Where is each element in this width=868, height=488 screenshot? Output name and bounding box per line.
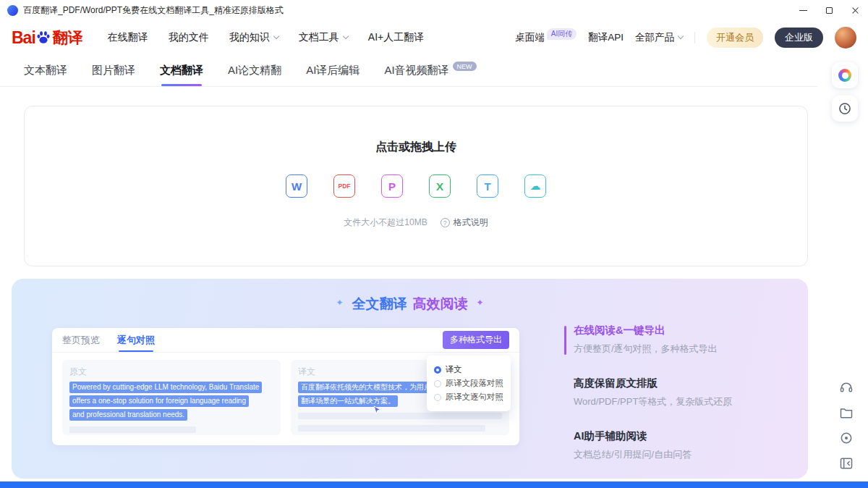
radio-unselected-icon [434,380,441,387]
products-label: 全部产品 [635,31,674,44]
file-type-icons: W PDF P X T ☁ [286,174,546,198]
feature-desc: 文档总结/引用提问/自由问答 [574,448,732,461]
window-controls [790,0,868,20]
nav-label: 我的文件 [169,31,209,44]
logo-text-fanyi: 翻译 [53,28,83,48]
question-icon: ? [441,218,450,227]
promo-title: ✦全文翻译高效阅读✦ [12,295,808,314]
tab-image-translate[interactable]: 图片翻译 [92,55,135,86]
tab-label: AI论文精翻 [228,64,281,77]
tab-ai-post-edit[interactable]: AI译后编辑 [306,55,359,86]
upload-hint-row: 文件大小不超过10MB ? 格式说明 [344,216,488,229]
nav-label: 在线翻译 [108,31,148,44]
feature-title: AI助手辅助阅读 [574,429,732,443]
feedback-button[interactable] [839,431,854,445]
radio-selected-icon [434,366,441,374]
user-avatar[interactable] [835,27,856,49]
dropdown-option-label: 原译文逐句对照 [446,392,504,403]
highlighted-target-line: 百度翻译依托领先的大模型技术，为用户 [298,382,434,393]
feature-title: 在线阅读&一键导出 [574,324,732,337]
headset-icon [839,380,854,395]
chevron-down-icon [343,33,349,39]
sparkle-icon: ✦ [336,298,343,308]
promo-title-purple: 高效阅读 [413,296,468,311]
maximize-icon [826,7,833,14]
tab-full-page-preview[interactable]: 整页预览 [62,328,100,352]
preview-header: 整页预览 逐句对照 多种格式导出 [52,328,519,353]
circle-dot-icon [839,431,854,445]
text-placeholder [298,425,485,432]
dropdown-option-target-only[interactable]: 译文 [434,364,504,375]
baidu-translate-logo[interactable]: Bai 翻译 [12,28,83,48]
customer-support-button[interactable] [839,380,854,395]
radio-unselected-icon [434,394,441,401]
maximize-button[interactable] [816,0,842,20]
chevron-down-icon [273,33,279,39]
ai-assistant-button[interactable] [832,62,858,88]
dropdown-option-sentence-compare[interactable]: 原译文逐句对照 [434,392,504,403]
app-window: 百度翻译_PDF/Word/PPT免费在线文档翻译工具_精准还原排版格式 Bai… [0,0,868,488]
ai-simultaneous-badge: AI同传 [547,28,576,40]
upload-dropzone[interactable]: 点击或拖拽上传 W PDF P X T ☁ 文件大小不超过10MB ? 格式说明 [24,106,808,266]
feature-desc: 方便整页/逐句对照，多种格式导出 [574,342,732,356]
export-format-dropdown: 译文 原译文段落对照 原译文逐句对照 [427,356,511,411]
feature-list: 在线阅读&一键导出 方便整页/逐句对照，多种格式导出 高度保留原文排版 Word… [564,324,732,482]
nav-ai-human-translate[interactable]: AI+人工翻译 [368,31,424,44]
highlighted-source-line: offers a one-stop solution for foreign l… [69,395,249,407]
tab-ai-av-translate[interactable]: AI音视频翻译 NEW [384,55,476,86]
nav-doc-tools[interactable]: 文档工具 [299,31,348,44]
sparkle-icon: ✦ [477,298,484,308]
feature-ai-assistant-reading[interactable]: AI助手辅助阅读 文档总结/引用提问/自由问答 [564,429,732,461]
minimize-button[interactable] [790,0,816,20]
logo-text-bai: Bai [12,28,35,48]
highlighted-source-line: and professional translation needs. [69,409,187,421]
close-icon [851,7,859,14]
collapse-panel-button[interactable] [839,456,854,471]
dropdown-option-paragraph-compare[interactable]: 原译文段落对照 [434,378,504,389]
my-files-button[interactable] [839,405,854,420]
history-button[interactable] [832,96,858,122]
dropdown-option-label: 译文 [446,364,462,375]
file-size-hint: 文件大小不超过10MB [344,216,427,229]
enterprise-button[interactable]: 企业版 [775,28,823,48]
tab-sentence-compare[interactable]: 逐句对照 [117,328,155,352]
minimize-icon [799,10,807,11]
tab-text-translate[interactable]: 文本翻译 [24,55,67,86]
pdf-file-icon: PDF [333,174,355,198]
export-formats-button[interactable]: 多种格式导出 [443,331,509,349]
desktop-client-link[interactable]: 桌面端 AI同传 [515,31,576,44]
tab-ai-paper-translate[interactable]: AI论文精翻 [228,55,281,86]
header-right: 桌面端 AI同传 翻译API 全部产品 开通会员 企业版 [515,27,856,49]
format-help-link[interactable]: ? 格式说明 [441,216,488,229]
tab-document-translate[interactable]: 文档翻译 [160,55,203,86]
tab-label: AI音视频翻译 [384,64,448,77]
app-icon [7,5,18,16]
api-label: 翻译API [588,31,624,44]
bottom-accent-strip [0,481,868,488]
feature-online-reading-export[interactable]: 在线阅读&一键导出 方便整页/逐句对照，多种格式导出 [564,324,732,356]
header-divider [694,32,695,43]
feature-layout-preservation[interactable]: 高度保留原文排版 Word/PDF/PPT等格式，复杂版式还原 [564,376,732,408]
document-preview-card: 整页预览 逐句对照 多种格式导出 原文 Powered by cutting-e… [52,328,519,445]
translate-api-link[interactable]: 翻译API [588,31,624,44]
ppt-file-icon: P [381,174,403,198]
tab-label: 文本翻译 [24,64,67,77]
promo-section: ✦全文翻译高效阅读✦ 整页预览 逐句对照 多种格式导出 原文 Powered b… [12,279,808,479]
highlighted-target-line: 翻译场景的一站式解决方案。 [298,395,398,407]
right-rail-bottom [839,380,854,471]
close-button[interactable] [842,0,868,20]
nav-my-files[interactable]: 我的文件 [169,31,209,44]
mouse-cursor-icon [372,405,383,416]
header: Bai 翻译 在线翻译 我的文件 我的知识 文档工具 AI+人工翻译 桌面端 A… [0,20,868,55]
main-nav: 在线翻译 我的文件 我的知识 文档工具 AI+人工翻译 [108,31,424,44]
baidu-paw-icon [35,30,51,46]
right-rail-top [832,62,858,122]
clock-icon [838,101,852,116]
ai-assistant-icon [838,69,851,82]
nav-online-translate[interactable]: 在线翻译 [108,31,148,44]
text-placeholder [69,426,196,433]
all-products-menu[interactable]: 全部产品 [635,31,683,44]
titlebar: 百度翻译_PDF/Word/PPT免费在线文档翻译工具_精准还原排版格式 [0,0,868,20]
nav-my-knowledge[interactable]: 我的知识 [229,31,278,44]
open-vip-button[interactable]: 开通会员 [707,28,763,48]
